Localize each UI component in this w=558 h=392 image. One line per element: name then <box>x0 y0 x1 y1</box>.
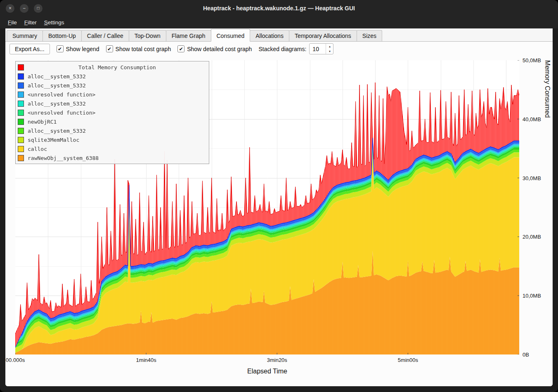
legend-swatch <box>18 101 24 107</box>
close-button[interactable]: × <box>6 4 14 13</box>
legend-row: newObjRC1 <box>18 117 207 126</box>
y-tick-label: 50,0MB <box>523 57 541 63</box>
stacked-diagrams-group: Stacked diagrams: 10 ▲ ▼ <box>258 43 333 54</box>
menu-item-settings[interactable]: Settings <box>40 18 68 27</box>
checkbox-show-legend-label: Show legend <box>66 46 99 52</box>
close-icon: × <box>9 6 12 11</box>
titlebar: × − □ Heaptrack - heaptrack.wakunode.1.g… <box>0 0 558 16</box>
legend-swatch <box>18 92 24 98</box>
legend-label: <unresolved function> <box>28 92 95 98</box>
legend-swatch <box>18 155 24 161</box>
legend-row: alloc__system_5332 <box>18 126 207 135</box>
legend-row: <unresolved function> <box>18 90 207 99</box>
x-tick-label: 1min40s <box>136 357 156 363</box>
y-axis-title: Memory Consumed <box>544 60 551 354</box>
legend-label: alloc__system_5332 <box>28 128 86 134</box>
tab-caller-callee[interactable]: Caller / Callee <box>81 30 129 41</box>
spin-down-icon: ▼ <box>329 50 331 53</box>
legend-swatch <box>18 137 24 143</box>
chart-legend: Total Memory Consumption alloc__system_5… <box>15 61 209 164</box>
y-tick-label: 20,0MB <box>523 234 541 240</box>
y-tick-label: 10,0MB <box>523 293 541 299</box>
y-tick-label: 40,0MB <box>523 116 541 122</box>
x-tick-label: 3min20s <box>267 357 287 363</box>
maximize-button[interactable]: □ <box>34 4 43 13</box>
legend-row: calloc <box>18 144 207 153</box>
spin-up-icon: ▲ <box>329 45 331 48</box>
legend-label: calloc <box>28 146 47 152</box>
legend-label: sqlite3MemMalloc <box>28 137 79 143</box>
legend-swatch <box>18 146 24 152</box>
y-tick-label: 0B <box>523 352 529 358</box>
legend-row: alloc__system_5332 <box>18 99 207 108</box>
toolbar: Export As... ✔ Show legend ✔ Show total … <box>5 42 553 56</box>
legend-row: rawNewObj__system_6388 <box>18 153 207 162</box>
legend-label: alloc__system_5332 <box>28 82 86 89</box>
checkbox-show-total-cost-graph-box[interactable]: ✔ <box>106 45 113 52</box>
legend-label: newObjRC1 <box>28 119 57 125</box>
tab-allocations[interactable]: Allocations <box>250 30 289 41</box>
checkbox-show-detailed-cost-graph[interactable]: ✔ Show detailed cost graph <box>177 45 252 52</box>
legend-row: <unresolved function> <box>18 108 207 117</box>
tab-flame-graph[interactable]: Flame Graph <box>166 30 211 41</box>
legend-swatch <box>18 73 24 80</box>
window-title: Heaptrack - heaptrack.wakunode.1.gz — He… <box>0 5 558 12</box>
checkbox-show-legend-box[interactable]: ✔ <box>57 45 64 52</box>
menubar: File Filter Settings <box>0 16 558 28</box>
spin-down-button[interactable]: ▼ <box>326 49 333 54</box>
spin-arrows: ▲ ▼ <box>326 44 333 54</box>
legend-row: sqlite3MemMalloc <box>18 135 207 144</box>
legend-label: rawNewObj__system_6388 <box>28 155 99 161</box>
app-window: × − □ Heaptrack - heaptrack.wakunode.1.g… <box>0 0 558 392</box>
main-content: Summary Bottom-Up Caller / Callee Top-Do… <box>5 28 553 386</box>
window-controls: × − □ <box>6 0 43 16</box>
x-tick-label: 5min00s <box>398 357 418 363</box>
legend-swatch <box>18 119 24 125</box>
checkbox-show-legend[interactable]: ✔ Show legend <box>57 45 99 52</box>
legend-label: <unresolved function> <box>28 110 95 116</box>
legend-row-total: Total Memory Consumption <box>18 63 207 72</box>
tab-top-down[interactable]: Top-Down <box>129 30 166 41</box>
tab-summary[interactable]: Summary <box>7 30 43 41</box>
legend-swatch-total <box>18 64 24 70</box>
legend-title: Total Memory Consumption <box>28 64 207 70</box>
legend-swatch <box>18 128 24 134</box>
x-tick-label: 00.000s <box>6 357 25 363</box>
x-axis-title: Elapsed Time <box>15 368 519 375</box>
y-tick-label: 30,0MB <box>523 175 541 181</box>
minimize-button[interactable]: − <box>20 4 28 13</box>
tab-bottom-up[interactable]: Bottom-Up <box>43 30 82 41</box>
chart-area: Total Memory Consumption alloc__system_5… <box>5 56 553 386</box>
checkbox-show-detailed-cost-graph-label: Show detailed cost graph <box>187 46 252 52</box>
checkbox-show-detailed-cost-graph-box[interactable]: ✔ <box>177 45 184 52</box>
tabbar: Summary Bottom-Up Caller / Callee Top-Do… <box>5 28 553 42</box>
stacked-diagrams-value[interactable]: 10 <box>310 44 326 54</box>
minimize-icon: − <box>23 6 26 11</box>
spin-up-button[interactable]: ▲ <box>326 44 333 49</box>
menu-item-filter[interactable]: Filter <box>21 18 40 27</box>
tab-temporary-allocations[interactable]: Temporary Allocations <box>289 30 357 41</box>
legend-label: alloc__system_5332 <box>28 101 86 107</box>
menu-item-file[interactable]: File <box>4 18 21 27</box>
checkbox-show-total-cost-graph-label: Show total cost graph <box>116 46 171 52</box>
tab-sizes[interactable]: Sizes <box>357 30 382 41</box>
export-as-button[interactable]: Export As... <box>9 44 50 54</box>
stacked-diagrams-label: Stacked diagrams: <box>258 46 306 52</box>
maximize-icon: □ <box>37 6 39 10</box>
checkbox-show-total-cost-graph[interactable]: ✔ Show total cost graph <box>106 45 171 52</box>
legend-row: alloc__system_5332 <box>18 72 207 81</box>
tab-consumed[interactable]: Consumed <box>211 29 251 42</box>
legend-swatch <box>18 110 24 116</box>
legend-label: alloc__system_5332 <box>28 73 86 80</box>
stacked-diagrams-spinbox[interactable]: 10 ▲ ▼ <box>309 43 333 54</box>
legend-swatch <box>18 82 24 89</box>
x-axis-ticks: 00.000s1min40s3min20s5min00s <box>15 357 519 364</box>
legend-row: alloc__system_5332 <box>18 81 207 90</box>
